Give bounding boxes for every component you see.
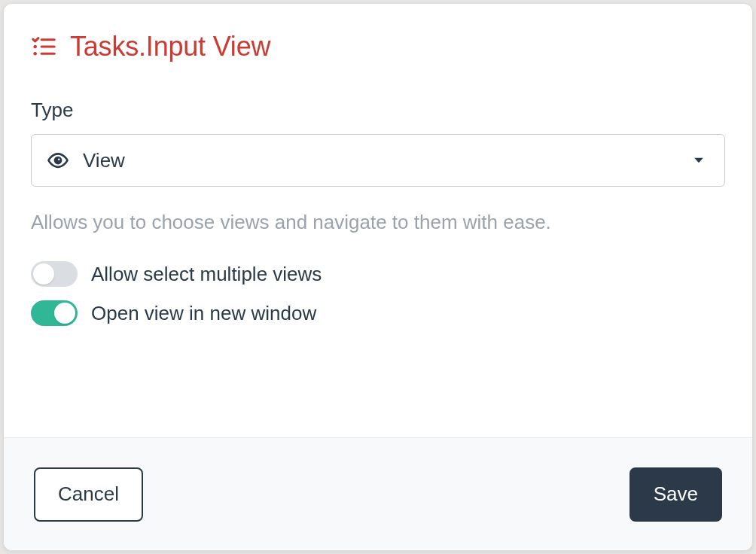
- chevron-down-icon: [691, 153, 706, 168]
- type-label: Type: [31, 99, 725, 122]
- toggle-row-open-new-window: Open view in new window: [31, 300, 725, 326]
- toggle-row-allow-multiple: Allow select multiple views: [31, 261, 725, 287]
- dialog-title-row: Tasks.Input View: [31, 31, 725, 62]
- type-helper-text: Allows you to choose views and navigate …: [31, 211, 725, 234]
- dialog-footer: Cancel Save: [4, 437, 752, 550]
- list-check-icon: [31, 34, 56, 59]
- allow-multiple-label: Allow select multiple views: [91, 263, 322, 286]
- dialog-title: Tasks.Input View: [70, 31, 270, 62]
- svg-point-6: [58, 159, 60, 161]
- open-new-window-label: Open view in new window: [91, 302, 316, 325]
- save-button[interactable]: Save: [629, 467, 722, 522]
- eye-icon: [47, 149, 69, 172]
- toggle-knob: [33, 263, 54, 285]
- svg-point-3: [33, 52, 37, 56]
- allow-multiple-toggle[interactable]: [31, 261, 78, 287]
- dialog: Tasks.Input View Type View Allows you to…: [3, 3, 753, 551]
- type-select-value: View: [83, 149, 691, 172]
- toggle-knob: [54, 303, 75, 324]
- open-new-window-toggle[interactable]: [31, 300, 78, 326]
- svg-point-1: [33, 45, 37, 49]
- dialog-body: Tasks.Input View Type View Allows you to…: [4, 4, 752, 437]
- svg-point-5: [55, 157, 61, 163]
- cancel-button[interactable]: Cancel: [34, 467, 143, 522]
- type-select[interactable]: View: [31, 134, 725, 187]
